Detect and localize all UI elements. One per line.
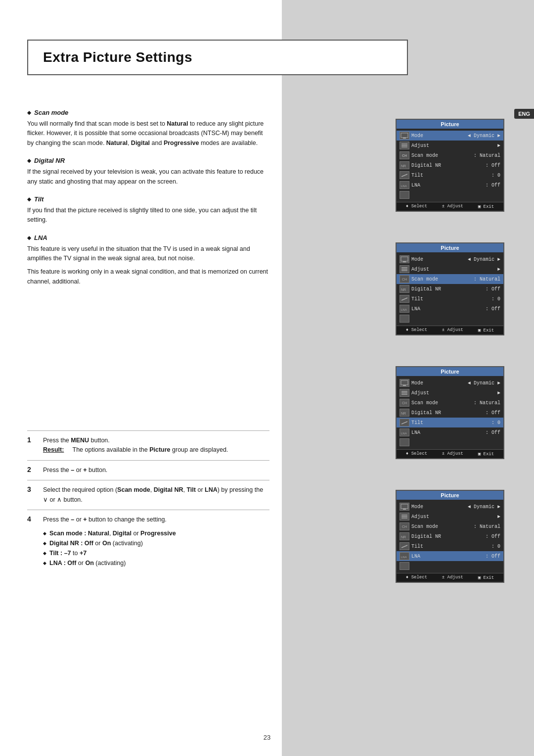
- menu-1-footer-exit: ▣ Exit: [478, 204, 494, 209]
- bullet-2-text: Digital NR : Off or On (activating): [49, 538, 143, 548]
- menu-1-row-blank: [397, 190, 503, 200]
- lna-icon-2: LNA: [400, 305, 409, 313]
- menu-4-lna-value: : Off: [486, 554, 500, 559]
- step-1-number: 1: [27, 436, 37, 455]
- step-2-number: 2: [27, 466, 37, 475]
- adjust-icon-4: [400, 513, 409, 520]
- menu-2-tilt-value: : 0: [491, 296, 500, 302]
- result-text: The options available in the Picture gro…: [73, 446, 228, 453]
- bullet-4: LNA : Off or On (activating): [43, 558, 269, 568]
- menu-3-tilt-value: : 0: [491, 420, 500, 425]
- menu-3-footer-exit: ▣ Exit: [478, 451, 494, 457]
- menu-3-row-scan: CH Scan mode : Natural: [397, 398, 503, 408]
- menu-4-adjust-value: ►: [497, 514, 500, 520]
- step-3-content: Select the required option (Scan mode, D…: [43, 485, 269, 505]
- svg-rect-16: [401, 380, 408, 385]
- page-title: Extra Picture Settings: [43, 49, 392, 65]
- scan-icon-3: CH: [400, 399, 409, 407]
- menu-3-lna-label: LNA: [411, 430, 484, 435]
- menu-2-mode-label: Mode: [411, 257, 466, 262]
- blank-icon-3: [400, 438, 409, 446]
- menu-2-mode-value: ◄ Dynamic ►: [468, 257, 500, 262]
- svg-rect-17: [403, 385, 406, 386]
- menu-4-mode-value: ◄ Dynamic ►: [468, 504, 500, 510]
- menu-4-tilt-value: : 0: [491, 544, 500, 549]
- menu-2-dnr-value: : Off: [486, 286, 500, 292]
- section-title-digital-nr: Digital NR: [27, 157, 269, 164]
- bullet-1-text: Scan mode : Natural, Digital or Progress…: [49, 528, 176, 538]
- menu-1-footer-adjust: ± Adjust: [442, 204, 463, 209]
- section-title-lna: LNA: [27, 234, 269, 241]
- svg-text:NR: NR: [401, 164, 406, 168]
- steps-container: 1 Press the MENU button. Result: The opt…: [27, 430, 269, 573]
- menu-3-footer-adjust: ± Adjust: [442, 451, 463, 457]
- menu-3-row-blank: [397, 437, 503, 447]
- tv-icon-2: [400, 255, 409, 263]
- menu-3-dnr-value: : Off: [486, 410, 500, 416]
- menu-3-body: Mode ◄ Dynamic ► Adjust ► CH Scan mode :…: [397, 376, 503, 449]
- section-text-digital-nr: If the signal received by your televisio…: [27, 167, 269, 187]
- menu-3-scan-value: : Natural: [474, 400, 500, 406]
- svg-line-14: [401, 298, 407, 300]
- step-3-number: 3: [27, 485, 37, 505]
- scan-icon: CH: [400, 151, 409, 159]
- menu-2-footer-exit: ▣ Exit: [478, 328, 494, 333]
- section-lna: LNA This feature is very useful in the s…: [27, 234, 269, 287]
- menu-dnr-label: Digital NR: [411, 163, 484, 168]
- scan-icon-4: CH: [400, 522, 409, 530]
- bullet-3-text: Tilt : –7 to +7: [49, 548, 87, 558]
- svg-text:LNA: LNA: [401, 185, 407, 188]
- svg-text:NR: NR: [401, 412, 406, 415]
- menu-mode-label: Mode: [411, 133, 466, 139]
- menu-3-mode-value: ◄ Dynamic ►: [468, 380, 500, 386]
- menu-1-row-tilt: Tilt : 0: [397, 170, 503, 180]
- section-title-scan-mode: Scan mode: [27, 109, 269, 116]
- svg-text:LNA: LNA: [401, 308, 407, 311]
- menu-2-tilt-label: Tilt: [411, 296, 490, 302]
- dnr-icon-4: NR: [400, 532, 409, 540]
- menu-3-mode-label: Mode: [411, 380, 466, 386]
- menu-4-footer-select: ♦ Select: [406, 575, 427, 580]
- menu-4-mode-label: Mode: [411, 504, 466, 510]
- menu-3-footer-select: ♦ Select: [406, 451, 427, 457]
- step-1-content: Press the MENU button. Result: The optio…: [43, 436, 269, 455]
- eng-badge: ENG: [514, 109, 534, 119]
- menu-3-row-dnr: NR Digital NR : Off: [397, 408, 503, 418]
- content-area: Scan mode You will normally find that sc…: [27, 109, 269, 295]
- menu-lna-value: : Off: [486, 183, 500, 188]
- step-2: 2 Press the – or + button.: [27, 460, 269, 480]
- menu-tilt-value: : 0: [491, 173, 500, 178]
- menu-3-header: Picture: [397, 367, 503, 376]
- svg-text:LNA: LNA: [401, 556, 407, 559]
- svg-rect-0: [401, 133, 408, 138]
- tv-icon: [400, 132, 409, 140]
- menu-4-dnr-label: Digital NR: [411, 534, 484, 539]
- menu-adjust-value: ►: [497, 143, 500, 148]
- menu-screenshot-2: Picture Mode ◄ Dynamic ► Adjust ► CH Sca…: [396, 242, 504, 335]
- menu-4-scan-label: Scan mode: [411, 524, 472, 529]
- menu-1-footer-select: ♦ Select: [406, 204, 427, 209]
- svg-rect-24: [401, 504, 408, 509]
- blank-icon-2: [400, 315, 409, 323]
- section-text-lna-1: This feature is very useful in the situa…: [27, 244, 269, 264]
- menu-1-row-scan: CH Scan mode : Natural: [397, 150, 503, 160]
- menu-2-adjust-value: ►: [497, 267, 500, 272]
- menu-2-row-adjust: Adjust ►: [397, 264, 503, 274]
- menu-4-row-scan: CH Scan mode : Natural: [397, 521, 503, 531]
- menu-4-adjust-label: Adjust: [411, 514, 495, 520]
- menu-2-header: Picture: [397, 243, 503, 252]
- section-title-tilt: Tilt: [27, 195, 269, 203]
- step-4-content: Press the – or + button to change the se…: [43, 515, 269, 568]
- adjust-icon: [400, 142, 409, 149]
- menu-4-row-lna: LNA LNA : Off: [397, 551, 503, 561]
- menu-1-body: Mode ◄ Dynamic ► Adjust ► CH Scan mode :…: [397, 129, 503, 202]
- menu-4-body: Mode ◄ Dynamic ► Adjust ► CH Scan mode :…: [397, 500, 503, 573]
- menu-screenshot-4: Picture Mode ◄ Dynamic ► Adjust ► CH Sca…: [396, 490, 504, 583]
- menu-2-footer: ♦ Select ± Adjust ▣ Exit: [397, 326, 503, 334]
- menu-4-row-blank: [397, 561, 503, 571]
- menu-3-scan-label: Scan mode: [411, 400, 472, 406]
- bullet-2: Digital NR : Off or On (activating): [43, 538, 269, 548]
- bullet-list: Scan mode : Natural, Digital or Progress…: [43, 528, 269, 568]
- dnr-icon-3: NR: [400, 409, 409, 417]
- menu-screenshot-3: Picture Mode ◄ Dynamic ► Adjust ► CH Sca…: [396, 366, 504, 459]
